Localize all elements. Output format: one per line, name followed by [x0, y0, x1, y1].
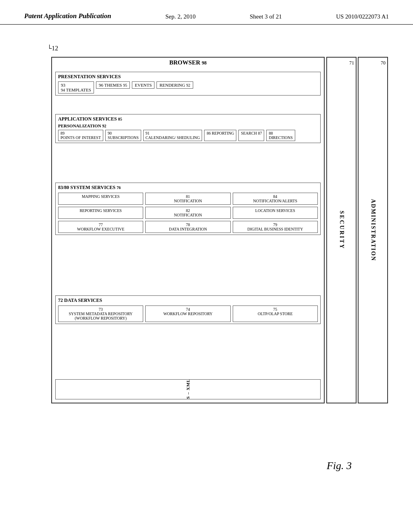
diagram-area: └12 70 ADMINISTRATION 71 SECURITY BROWSE… — [25, 41, 388, 484]
figure-label: Fig. 3 — [327, 460, 352, 472]
header-publication-title: Patent Application Publication — [24, 12, 111, 20]
system-metadata-box: 73 SYSTEM METADATA REPOSITORY (WORKFLOW … — [58, 305, 143, 322]
search-box: SEARCH 87 — [238, 130, 264, 141]
calendaring-box: 91 CALENDARING/ SHEDULING — [143, 130, 202, 141]
browser-label: BROWSER 98 — [169, 59, 206, 66]
browser-box: BROWSER 98 PRESENTATION SERVICES 93 94 T… — [51, 57, 325, 403]
notification-alerts-box: 84 NOTIFICATION/ALERTS — [233, 193, 318, 205]
workflow-repository-box: 74 WORKFLOW REPOSITORY — [145, 305, 230, 322]
rendering-box: RENDERING 92 — [156, 81, 193, 89]
subscriptions-box: 90 SUBSCRIPTIONS — [105, 130, 141, 141]
notification-svc-box: 81 NOTIFICATION — [145, 193, 230, 205]
application-services-block: APPLICATION SERVICES 85 PERSONALIZATION … — [55, 114, 321, 143]
reporting-svc-box: REPORTING SERVICES — [58, 207, 143, 219]
header-patent-number: US 2010/0222073 A1 — [336, 13, 389, 20]
data-notification-box: 82 NOTIFICATION — [145, 207, 230, 219]
administration-ref: 70 — [381, 60, 386, 66]
system-services-block: 83/80 SYSTEM SERVICES 76 MAPPING SERVICE… — [55, 183, 321, 235]
figure-ref-12: └12 — [47, 45, 58, 52]
data-services-label: 72 DATA SERVICES — [58, 297, 318, 303]
data-integration-box: 78 DATA INTEGRATION — [145, 221, 230, 233]
directions-box: 88 DIRECTIONS — [266, 130, 295, 141]
presentation-services-label: PRESENTATION SERVICES — [58, 74, 318, 80]
administration-label: ADMINISTRATION — [370, 199, 376, 262]
workflow-executive-box: 77 WORKFLOW EXECUTIVE — [58, 221, 143, 233]
digital-identity-box: 79 DIGITAL BUSINESS IDENTITY — [233, 221, 318, 233]
oltp-olap-box: 75 OLTP/OLAP STORE — [233, 305, 318, 322]
administration-box: 70 ADMINISTRATION — [358, 57, 388, 403]
templates-box: 93 94 TEMPLATES — [58, 81, 94, 94]
location-services-box: LOCATION SERVICES — [233, 207, 318, 219]
points-of-interest-box: 89 POINTS OF INTEREST — [58, 130, 103, 141]
security-label: SECURITY — [338, 211, 345, 249]
data-services-block: 72 DATA SERVICES 73 SYSTEM METADATA REPO… — [55, 295, 321, 324]
header-date: Sep. 2, 2010 — [165, 13, 196, 20]
mapping-services-box: MAPPING SERVICES — [58, 193, 143, 205]
themes-box: 96 THEMES 95 — [96, 81, 130, 89]
header-sheet: Sheet 3 of 21 — [250, 13, 282, 20]
reporting-app-box: 86 REPORTING — [204, 130, 236, 141]
personalization-label: PERSONALIZATION 92 — [58, 123, 318, 128]
page-header: Patent Application Publication Sep. 2, 2… — [0, 0, 413, 25]
security-box: 71 SECURITY — [326, 57, 357, 403]
public-interfaces-label: 99 PUBLIC INTERFACES – XML WEB SERVICES,… — [186, 379, 190, 399]
application-services-label: APPLICATION SERVICES 85 — [58, 116, 318, 122]
system-services-label: 83/80 SYSTEM SERVICES 76 — [58, 185, 318, 191]
events-box: EVENTS — [132, 81, 154, 89]
security-ref: 71 — [349, 60, 354, 66]
public-interfaces-bar: 99 PUBLIC INTERFACES – XML WEB SERVICES,… — [55, 379, 321, 399]
presentation-services-block: PRESENTATION SERVICES 93 94 TEMPLATES 96… — [55, 72, 321, 96]
